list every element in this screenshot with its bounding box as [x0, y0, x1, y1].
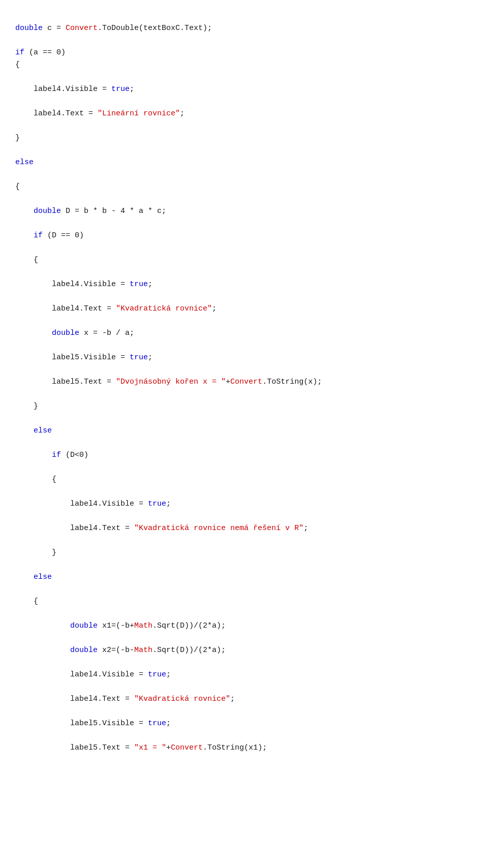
code-token: { [52, 475, 56, 484]
code-token: label4.Text = [34, 109, 98, 118]
code-token: else [34, 426, 52, 435]
code-token: { [15, 182, 20, 191]
code-line: label4.Visible = true; [15, 498, 473, 510]
code-token: { [15, 60, 20, 69]
code-line [15, 657, 473, 669]
code-token: ; [303, 524, 308, 533]
code-line: label4.Visible = true; [15, 278, 473, 291]
code-line: label5.Visible = true; [15, 352, 473, 364]
code-line: double D = b * b - 4 * a * c; [15, 205, 473, 218]
code-line: label4.Text = "Kvadratická rovnice"; [15, 303, 473, 315]
code-line: if (D<0) [15, 449, 473, 461]
code-token: true [148, 719, 166, 728]
code-token: else [34, 573, 52, 581]
code-line [15, 96, 473, 108]
code-line [15, 266, 473, 278]
code-token: true [130, 280, 148, 289]
code-line: else [15, 157, 473, 169]
code-token: label5.Visible = [70, 719, 148, 728]
code-token: label4.Visible = [52, 280, 130, 289]
code-token: x1=(-b+ [98, 622, 134, 630]
code-token: label4.Visible = [70, 670, 148, 679]
code-token: .ToString(x1); [203, 743, 267, 752]
code-token: Math [134, 646, 152, 655]
code-line: double c = Convert.ToDouble(textBoxC.Tex… [15, 22, 473, 35]
code-token: label5.Text = [70, 743, 134, 752]
code-token: .ToString(x); [262, 378, 322, 386]
code-line: { [15, 181, 473, 193]
code-token: } [52, 548, 56, 557]
code-token: label4.Text = [70, 524, 134, 533]
code-token: "Kvadratická rovnice nemá řešení v R" [134, 524, 303, 533]
code-line [15, 242, 473, 254]
code-token: c = [43, 24, 66, 33]
code-line [15, 632, 473, 644]
code-token: double [52, 329, 79, 337]
code-token: ; [166, 500, 171, 508]
code-token: (D<0) [61, 451, 88, 459]
code-line [15, 730, 473, 742]
code-line: } [15, 547, 473, 559]
code-token: label4.Text = [52, 304, 116, 313]
code-line [15, 120, 473, 132]
code-line: if (a == 0) [15, 47, 473, 59]
code-line [15, 144, 473, 157]
code-line [15, 608, 473, 620]
code-token: label5.Text = [52, 378, 116, 386]
code-token: ; [148, 353, 152, 362]
code-token: label4.Visible = [34, 85, 111, 94]
code-line [15, 510, 473, 522]
code-token: ; [212, 304, 217, 313]
code-line [15, 437, 473, 449]
code-line: label4.Visible = true; [15, 83, 473, 96]
code-line [15, 388, 473, 400]
code-token: Convert [230, 378, 262, 386]
code-line [15, 705, 473, 718]
code-line: label4.Text = "Kvadratická rovnice nemá … [15, 522, 473, 535]
code-token: x = -b / a; [79, 329, 134, 337]
code-token: true [130, 353, 148, 362]
code-line: label4.Visible = true; [15, 669, 473, 681]
code-line: if (D == 0) [15, 230, 473, 242]
code-token: true [148, 670, 166, 679]
code-line: double x2=(-b-Math.Sqrt(D))/(2*a); [15, 644, 473, 657]
code-token: ; [148, 280, 152, 289]
code-line: label5.Text = "x1 = "+Convert.ToString(x… [15, 742, 473, 754]
code-line [15, 35, 473, 47]
code-line: label5.Visible = true; [15, 718, 473, 730]
code-token: } [34, 402, 38, 411]
code-token: .Sqrt(D))/(2*a); [152, 622, 226, 630]
code-token: label5.Visible = [52, 353, 130, 362]
code-token: "Dvojnásobný kořen x = " [116, 378, 226, 386]
code-line [15, 535, 473, 547]
code-token: .Sqrt(D))/(2*a); [152, 646, 226, 655]
code-token: (a == 0) [24, 48, 66, 57]
code-token: ; [180, 109, 185, 118]
code-token: double [70, 622, 98, 630]
code-line [15, 486, 473, 498]
code-token: true [111, 85, 130, 94]
code-line [15, 681, 473, 693]
code-token: "Lineární rovnice" [98, 109, 180, 118]
code-token: label4.Text = [70, 695, 134, 703]
code-line [15, 461, 473, 474]
code-token: ; [166, 719, 171, 728]
code-line: double x = -b / a; [15, 327, 473, 339]
code-token: ; [166, 670, 171, 679]
code-line: } [15, 132, 473, 144]
code-line [15, 71, 473, 83]
code-line: else [15, 571, 473, 583]
code-line: label5.Text = "Dvojnásobný kořen x = "+C… [15, 376, 473, 388]
code-token: if [15, 48, 24, 57]
code-line [15, 193, 473, 205]
code-token: + [226, 378, 230, 386]
code-line: { [15, 474, 473, 486]
code-token: x2=(-b- [98, 646, 134, 655]
code-line [15, 218, 473, 230]
code-token: { [34, 256, 38, 264]
code-line: label4.Text = "Kvadratická rovnice"; [15, 693, 473, 705]
code-line: { [15, 254, 473, 266]
code-line: double x1=(-b+Math.Sqrt(D))/(2*a); [15, 620, 473, 632]
code-token: double [34, 207, 61, 215]
code-line [15, 315, 473, 327]
